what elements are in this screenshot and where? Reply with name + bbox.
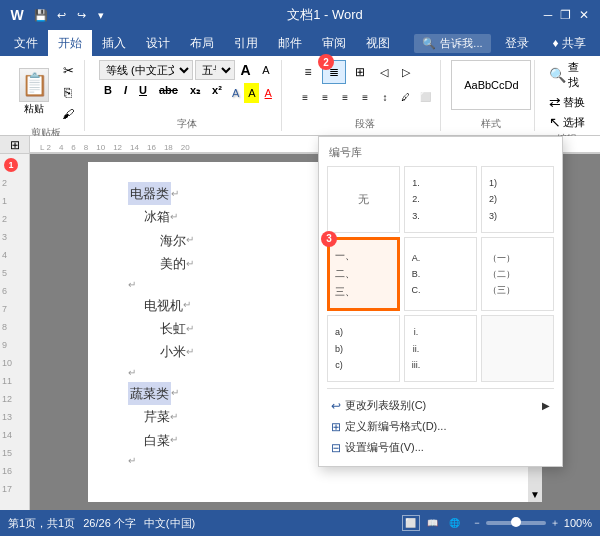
shading-button[interactable]: 🖊 [396,87,414,107]
chinese-paren-item[interactable]: （一） （二） （三） [481,237,554,311]
change-list-level-action[interactable]: ↩ 更改列表级别(C) ▶ [327,395,554,416]
title-bar: W 💾 ↩ ↪ ▾ 文档1 - Word ─ ❐ ✕ [0,0,600,30]
italic-button[interactable]: I [119,83,132,103]
paste-button[interactable]: 📋 粘贴 [14,67,54,117]
subscript-button[interactable]: x₂ [185,83,205,103]
web-layout-btn[interactable]: 🌐 [446,515,464,531]
select-button[interactable]: ↖ 选择 [549,114,586,130]
copy-button[interactable]: ⎘ [58,82,78,102]
empty-item [481,315,554,382]
page-info: 第1页，共1页 [8,516,75,531]
set-value-icon: ⊟ [331,441,341,455]
scroll-down-btn[interactable]: ▼ [528,487,542,502]
status-bar: 第1页，共1页 26/26 个字 中文(中国) ⬜ 📖 🌐 － ＋ 100% [0,510,600,536]
bold-button[interactable]: B [99,83,117,103]
minimize-btn[interactable]: ─ [540,7,556,23]
line-numbers: 1 2 1 2 3 4 5 6 7 8 9 10 11 12 13 14 15 … [0,154,30,510]
multilevel-list-button[interactable]: ⊞ [348,60,372,84]
status-right: ⬜ 📖 🌐 － ＋ 100% [402,515,592,531]
underline-button[interactable]: U [134,83,152,103]
zoom-in-btn[interactable]: ＋ [550,516,560,530]
undo-btn[interactable]: ↩ [52,6,70,24]
zoom-thumb[interactable] [511,517,521,527]
font-color-button[interactable]: A [261,83,275,103]
editing-group: 🔍 查找 ⇄ 替换 ↖ 选择 编辑 [543,60,592,131]
panel-title: 编号库 [327,145,554,160]
font-format-row: B I U abc x₂ x² A A A [99,83,275,103]
font-name-select[interactable]: 等线 (中文正文) [99,60,193,80]
align-row: ≡ ≡ ≡ ≡ ↕ 🖊 ⬜ [296,87,434,107]
define-format-icon: ⊞ [331,420,341,434]
tab-layout[interactable]: 布局 [180,30,224,56]
word-count: 26/26 个字 [83,516,136,531]
format-painter-button[interactable]: 🖌 [58,104,78,124]
numbering-dropdown: 编号库 无 1. 2. 3. 1) 2) 3) 3 [318,136,563,467]
numeric-dot-item[interactable]: 1. 2. 3. [404,166,477,233]
decrease-indent-button[interactable]: ◁ [374,62,394,82]
define-format-action[interactable]: ⊞ 定义新编号格式(D)... [327,416,554,437]
alpha-upper-item[interactable]: A. B. C. [404,237,477,311]
tab-review[interactable]: 审阅 [312,30,356,56]
print-layout-btn[interactable]: ⬜ [402,515,420,531]
zoom-bar: － ＋ 100% [472,516,592,530]
ribbon-content: 📋 粘贴 ✂ ⎘ 🖌 剪贴板 等线 (中文正文) 五号 A A [0,56,600,136]
tab-view[interactable]: 视图 [356,30,400,56]
font-size-select[interactable]: 五号 [195,60,235,80]
styles-label: 样式 [481,115,501,131]
tab-file[interactable]: 文件 [4,30,48,56]
tab-design[interactable]: 设计 [136,30,180,56]
language: 中文(中国) [144,516,195,531]
border-button[interactable]: ⬜ [416,87,434,107]
badge-1: 1 [4,158,18,172]
styles-group: AaBbCcDd 样式 [449,60,535,131]
strikethrough-button[interactable]: abc [154,83,183,103]
tell-me-box[interactable]: 🔍 告诉我... [414,34,490,53]
align-center-button[interactable]: ≡ [316,87,334,107]
read-mode-btn[interactable]: 📖 [424,515,442,531]
tab-mailings[interactable]: 邮件 [268,30,312,56]
tab-insert[interactable]: 插入 [92,30,136,56]
window-controls: ─ ❐ ✕ [540,7,592,23]
grow-font-btn[interactable]: A [237,60,255,80]
none-item[interactable]: 无 [327,166,400,233]
superscript-button[interactable]: x² [207,83,227,103]
cut-button[interactable]: ✂ [58,60,78,80]
tab-references[interactable]: 引用 [224,30,268,56]
font-label: 字体 [177,115,197,131]
align-left-button[interactable]: ≡ [296,87,314,107]
login-btn[interactable]: 登录 [495,35,539,52]
word-logo: W [8,6,26,24]
bullet-list-button[interactable]: ≡ [296,60,320,84]
align-right-button[interactable]: ≡ [336,87,354,107]
restore-btn[interactable]: ❐ [558,7,574,23]
redo-btn[interactable]: ↪ [72,6,90,24]
tab-home[interactable]: 开始 [48,30,92,56]
text-effects-button[interactable]: A [229,83,243,103]
zoom-out-btn[interactable]: － [472,516,482,530]
change-level-label: 更改列表级别(C) [345,398,426,413]
ruler-corner[interactable]: ⊞ [0,136,30,154]
set-value-action[interactable]: ⊟ 设置编号值(V)... [327,437,554,458]
highlight-button[interactable]: A [244,83,259,103]
title-bar-left: W 💾 ↩ ↪ ▾ [8,6,110,24]
save-btn[interactable]: 💾 [32,6,50,24]
zoom-track[interactable] [486,521,546,525]
find-button[interactable]: 🔍 查找 [549,60,586,90]
share-btn[interactable]: ♦ 共享 [543,35,596,52]
increase-indent-button[interactable]: ▷ [396,62,416,82]
replace-button[interactable]: ⇄ 替换 [549,94,586,110]
roman-lower-item[interactable]: i. ii. iii. [404,315,477,382]
list-btn-row: ≡ ≣ ⊞ ◁ ▷ [296,60,434,84]
customize-qa-btn[interactable]: ▾ [92,6,110,24]
alpha-lower-item[interactable]: a) b) c) [327,315,400,382]
close-btn[interactable]: ✕ [576,7,592,23]
shrink-font-btn[interactable]: A [257,60,275,80]
line-spacing-button[interactable]: ↕ [376,87,394,107]
paste-icon: 📋 [19,68,49,102]
panel-divider-1 [327,388,554,389]
paren-num-item[interactable]: 1) 2) 3) [481,166,554,233]
replace-icon: ⇄ [549,94,561,110]
styles-gallery[interactable]: AaBbCcDd [451,60,531,110]
chinese-dash-item[interactable]: 3 一、 二、 三、 [327,237,400,311]
align-justify-button[interactable]: ≡ [356,87,374,107]
